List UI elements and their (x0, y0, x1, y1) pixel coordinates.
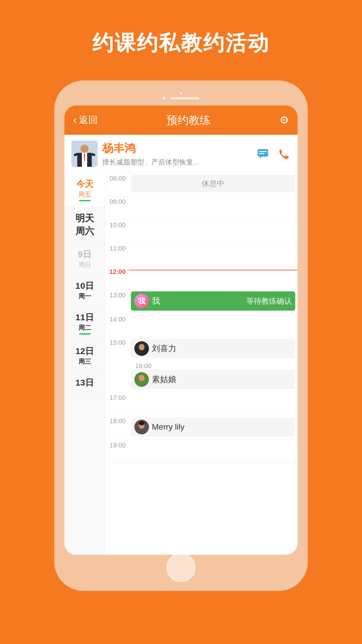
slot-content (129, 440, 298, 463)
date-day: 今天 (76, 178, 94, 190)
time-slot-1900: 19:00 (105, 440, 298, 463)
time-slot-1800: 18:00 (105, 416, 298, 440)
date-week: 周五 (78, 190, 91, 199)
slot-content (129, 314, 298, 337)
phone-speaker (180, 92, 182, 94)
date-day: 明天 (75, 212, 94, 225)
time-label: 11:00 (105, 243, 129, 266)
time-divider (129, 270, 298, 270)
time-slot-1100: 11:00 (105, 243, 298, 266)
phone-mockup: ‹ 返回 预约教练 ⚙ (54, 80, 308, 591)
avatar-face: 我 (134, 294, 149, 308)
phone-top-bar (163, 97, 199, 100)
date-day: 10日 (75, 280, 94, 292)
date-sidebar: 今天 周五 明天 周六 9日 周日 (64, 173, 105, 555)
svg-point-1 (80, 145, 89, 153)
svg-point-20 (139, 421, 145, 425)
appointment-name: Merry lily (152, 422, 292, 432)
appointment-su[interactable]: 素姑娘 (131, 370, 295, 389)
svg-marker-10 (260, 157, 262, 159)
time-slot-1300: 13:00 我 我 等待教练确认 (105, 290, 298, 314)
home-button[interactable] (166, 553, 196, 582)
active-indicator (79, 333, 91, 335)
svg-rect-9 (259, 153, 264, 154)
date-day: 9日 (78, 249, 92, 260)
appointment-name: 素姑娘 (152, 374, 292, 385)
time-label: 08:00 (105, 173, 129, 196)
appointment-avatar (134, 341, 149, 356)
date-item-11[interactable]: 11日 周二 (64, 306, 105, 340)
back-label: 返回 (79, 114, 98, 127)
page-title: 约课约私教约活动 (92, 29, 270, 57)
time-slot-0800: 08:00 休息中 (105, 173, 298, 196)
slot-content (129, 266, 298, 289)
time-slot-1400: 14:00 (105, 314, 298, 337)
phone-line (170, 97, 199, 99)
time-slot-1700: 17:00 (105, 392, 298, 416)
time-slot-1500: 15:00 刘喜力 (105, 337, 298, 392)
time-label: 10:00 (105, 220, 129, 243)
slot-content[interactable]: 我 我 等待教练确认 (129, 290, 298, 314)
phone-screen: ‹ 返回 预约教练 ⚙ (64, 106, 298, 555)
svg-point-15 (139, 375, 145, 381)
appointment-avatar: 我 (134, 294, 149, 308)
slot-content[interactable]: Merry lily (129, 416, 298, 440)
active-indicator (79, 200, 91, 201)
slot-content: 休息中 (129, 173, 298, 196)
svg-rect-7 (258, 149, 268, 157)
date-week: 周日 (78, 260, 91, 269)
trainer-description: 擅长减脂塑型、产后体型恢复... (102, 158, 251, 167)
time-label: 15:00 (105, 337, 129, 392)
chevron-left-icon: ‹ (73, 114, 77, 126)
nav-title: 预约教练 (166, 113, 211, 128)
date-week: 周六 (75, 225, 94, 238)
date-item-9[interactable]: 9日 周日 (64, 243, 105, 275)
back-button[interactable]: ‹ 返回 (73, 114, 98, 127)
slot-content (129, 392, 298, 415)
content-area: 今天 周五 明天 周六 9日 周日 (64, 173, 298, 555)
slot-content (129, 243, 298, 266)
time-slot-1000: 10:00 (105, 220, 298, 243)
schedule-area: 08:00 休息中 09:00 10:00 (105, 173, 298, 555)
time-slot-0900: 09:00 (105, 196, 298, 220)
phone-dot (163, 97, 166, 100)
slot-content: 刘喜力 16:00 (129, 337, 298, 392)
date-day: 13日 (75, 377, 94, 389)
phone-button[interactable] (276, 146, 291, 161)
time-sublabel: 16:00 (131, 360, 154, 370)
date-item-12[interactable]: 12日 周三 (64, 340, 105, 372)
time-label-red: 12:00 (105, 266, 129, 289)
date-item-tomorrow[interactable]: 明天 周六 (64, 207, 105, 243)
date-day: 11日 (75, 312, 94, 323)
time-label: 18:00 (105, 416, 129, 440)
time-label: 13:00 (105, 290, 129, 314)
appointment-avatar (134, 420, 149, 434)
appointment-avatar (134, 372, 149, 387)
svg-rect-13 (137, 351, 147, 356)
date-item-today[interactable]: 今天 周五 (64, 173, 105, 207)
svg-rect-8 (259, 151, 267, 152)
appointment-liu[interactable]: 刘喜力 (131, 339, 295, 358)
nav-bar: ‹ 返回 预约教练 ⚙ (64, 106, 298, 135)
trainer-avatar (71, 141, 98, 167)
date-week: 周二 (78, 323, 91, 332)
date-item-10[interactable]: 10日 周一 (64, 275, 105, 306)
trainer-section: 杨丰鸿 擅长减脂塑型、产后体型恢复... (64, 135, 298, 173)
chat-button[interactable] (256, 146, 270, 161)
date-day: 12日 (75, 345, 94, 357)
appointment-merry[interactable]: Merry lily (131, 417, 295, 437)
appointment-name: 我 (152, 295, 243, 307)
appointment-name: 刘喜力 (152, 343, 292, 354)
slot-content (129, 196, 298, 219)
settings-icon[interactable]: ⚙ (280, 114, 289, 126)
slot-content (129, 220, 298, 243)
time-label: 14:00 (105, 314, 129, 337)
trainer-actions (256, 146, 291, 161)
svg-point-12 (139, 344, 145, 350)
date-week: 周一 (78, 292, 91, 301)
appointment-status: 等待教练确认 (246, 296, 292, 306)
date-week: 周三 (78, 357, 91, 366)
appointment-me[interactable]: 我 我 等待教练确认 (131, 291, 295, 311)
trainer-info: 杨丰鸿 擅长减脂塑型、产后体型恢复... (98, 141, 256, 167)
date-item-13[interactable]: 13日 (64, 372, 105, 394)
